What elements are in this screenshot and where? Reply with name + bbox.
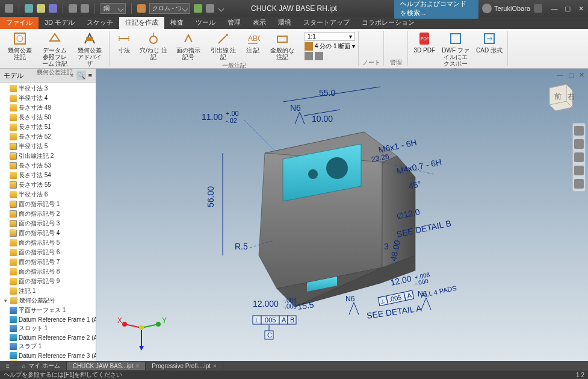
tree-item[interactable]: 面の指示記号 6 (0, 248, 96, 257)
redo-icon[interactable] (81, 4, 89, 13)
tree-item[interactable]: スロット 1 (0, 324, 96, 333)
tree-item[interactable]: 平面サーフェス 1 (0, 305, 96, 315)
tree-item[interactable]: 長さ寸法 50 (0, 113, 96, 122)
model-svg: 55.0 10.00 N6 11.00 +.00 -.02 56.00 R.5 … (96, 69, 588, 352)
surface-texture-button[interactable]: 面の指示 記号 (172, 30, 205, 61)
tree-item[interactable]: 長さ寸法 49 (0, 103, 96, 113)
export-dwf-button[interactable]: DWF ファイルにエクスポート (439, 30, 472, 75)
tab-environments[interactable]: 環境 (272, 16, 297, 29)
tab-startup[interactable]: スタートアップ (297, 16, 356, 29)
tree-item[interactable]: 面の指示記号 3 (0, 219, 96, 228)
leader-note-button[interactable]: 引出線 注記 (207, 30, 240, 61)
svg-rect-12 (277, 36, 287, 42)
tree-item[interactable]: 面の指示記号 7 (0, 257, 96, 267)
tree-item[interactable]: 注記 1 (0, 286, 96, 296)
close-button[interactable]: ✕ (577, 5, 584, 13)
tree-item[interactable]: 面の指示記号 5 (0, 238, 96, 248)
svg-text:Y: Y (162, 316, 167, 325)
scale-dropdown[interactable]: 1:1▾ (305, 32, 355, 41)
svg-line-34 (244, 120, 277, 153)
tree-item[interactable]: Datum Reference Frame 1 (A) (0, 315, 96, 324)
tree-item[interactable]: 引出線注記 2 (0, 151, 96, 161)
ribbon-tabs: ファイル 3D モデル スケッチ 注記を作成 検査 ツール 管理 表示 環境 ス… (0, 17, 588, 29)
ribbon-group-label: 管理 (388, 58, 404, 67)
model-browser: モデル × 🔍 ≡ 半径寸法 3半径寸法 4長さ寸法 49長さ寸法 50長さ寸法… (0, 69, 96, 361)
tree-item[interactable]: Datum Reference Frame 3 (A|B|C) (0, 351, 96, 360)
doctab-current[interactable]: CHUCK JAW BAS...ipt× (67, 362, 146, 370)
tree-item[interactable]: 面の指示記号 9 (0, 277, 96, 286)
tolerance-feature-button[interactable]: 幾何公差 注記 (4, 30, 36, 68)
qat-expand-icon[interactable] (218, 5, 224, 11)
tree-item[interactable]: 長さ寸法 52 (0, 132, 96, 142)
zoom-icon[interactable] (574, 152, 584, 162)
doctab-close-icon[interactable]: × (135, 363, 139, 369)
tree-item[interactable]: 半径寸法 4 (0, 93, 96, 103)
graphics-canvas[interactable]: — ▢ ✕ 55.0 (96, 69, 588, 361)
tab-3d-model[interactable]: 3D モデル (39, 16, 81, 29)
svg-text:-.02: -.02 (226, 117, 237, 124)
new-icon[interactable] (25, 4, 33, 13)
doctabs-menu-icon[interactable]: ≡ (0, 362, 16, 370)
tree-item[interactable]: 長さ寸法 55 (0, 180, 96, 190)
tree-item[interactable]: 面の指示記号 4 (0, 228, 96, 238)
hole-note-button[interactable]: 穴/ねじ 注記 (137, 30, 170, 61)
tree-item[interactable]: 面の指示記号 2 (0, 209, 96, 219)
navigation-bar (572, 123, 586, 192)
doctab-other[interactable]: Progressive Profi....ipt× (146, 362, 223, 370)
svg-text:右: 右 (568, 92, 575, 101)
doctab-home[interactable]: ⌂マイ ホーム (16, 361, 67, 371)
add-icon[interactable] (206, 4, 214, 13)
tree-item[interactable]: Datum Reference Frame 2 (A|B) (0, 333, 96, 342)
export-cad-button[interactable]: CAD 形式 (474, 30, 504, 75)
tab-sketch[interactable]: スケッチ (81, 16, 119, 29)
view-cube[interactable]: 前 右 (542, 81, 576, 114)
help-icon[interactable] (534, 4, 542, 13)
tree-item[interactable]: 半径寸法 3 (0, 84, 96, 93)
appearance-dropdown[interactable]: クロム - つ (149, 3, 190, 14)
tab-view[interactable]: 表示 (247, 16, 272, 29)
dimension-button[interactable]: 寸法 (113, 30, 135, 61)
general-profile-button[interactable]: 全般的な 注記 (266, 30, 299, 61)
tree-item[interactable]: 半径寸法 5 (0, 142, 96, 151)
refresh-icon[interactable] (305, 52, 313, 60)
open-icon[interactable] (37, 4, 45, 13)
lookat-icon[interactable] (574, 179, 584, 189)
help-search[interactable]: ヘルプおよびコマンドを検索... (394, 0, 478, 19)
tolerance-advisor-button[interactable]: 幾何公差 アドバイザ (73, 30, 106, 68)
maximize-button[interactable]: ▢ (564, 5, 571, 13)
tab-inspect[interactable]: 検査 (164, 16, 190, 29)
tree-item[interactable]: 長さ寸法 53 (0, 161, 96, 171)
tab-manage[interactable]: 管理 (221, 16, 247, 29)
fx-icon[interactable] (194, 4, 202, 13)
tree-item[interactable]: ▾幾何公差記号 (0, 296, 96, 305)
tree-item[interactable]: 長さ寸法 54 (0, 171, 96, 180)
tab-file[interactable]: ファイル (0, 16, 39, 29)
datum-frame-button[interactable]: データム参照フレーム 注記 (39, 30, 71, 68)
tree-item[interactable]: 長さ寸法 51 (0, 122, 96, 132)
save-icon[interactable] (49, 4, 57, 13)
tree-item[interactable]: 面の指示記号 8 (0, 267, 96, 277)
svg-point-85 (139, 325, 144, 330)
appearance-icon[interactable] (137, 4, 146, 13)
minimize-button[interactable]: — (551, 5, 558, 13)
tab-annotate[interactable]: 注記を作成 (119, 16, 164, 29)
app-icon[interactable] (5, 4, 13, 13)
pan-icon[interactable] (574, 139, 584, 149)
undo-icon[interactable] (69, 4, 77, 13)
lightbulb-icon[interactable] (315, 52, 323, 60)
svg-text:-.000: -.000 (283, 303, 297, 310)
tree-item[interactable]: 面の指示記号 1 (0, 199, 96, 209)
model-tree[interactable]: 半径寸法 3半径寸法 4長さ寸法 49長さ寸法 50長さ寸法 51長さ寸法 52… (0, 83, 96, 361)
tab-tools[interactable]: ツール (190, 16, 221, 29)
tree-item[interactable]: スラブ 1 (0, 342, 96, 351)
svg-text:.005: .005 (263, 316, 276, 324)
user-account[interactable]: TerukiObara (482, 4, 530, 13)
export-3dpdf-button[interactable]: PDF3D PDF (412, 30, 437, 75)
tree-item[interactable]: 半径寸法 6 (0, 190, 96, 199)
doctab-close-icon[interactable]: × (213, 363, 217, 369)
orbit-icon[interactable] (574, 166, 584, 175)
section-view-button[interactable]: 4 分の 1 断面▾ (305, 42, 355, 51)
material-dropdown[interactable]: 鋼 (101, 3, 126, 14)
general-note-button[interactable]: ABC注 記 (242, 30, 264, 61)
home-view-icon[interactable] (574, 126, 584, 136)
